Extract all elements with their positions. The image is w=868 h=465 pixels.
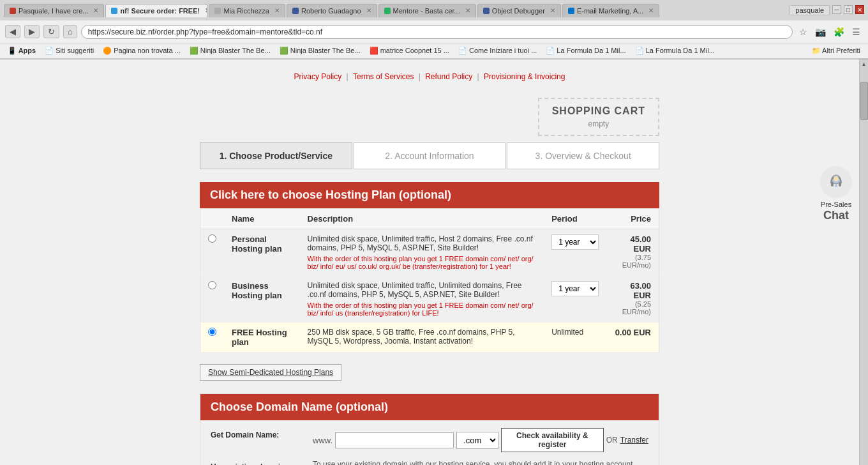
domain-section: Choose Domain Name (optional) Get Domain… xyxy=(200,393,659,465)
period-select-business[interactable]: 1 year 2 years xyxy=(551,281,599,296)
col-header-name: Name xyxy=(224,209,300,229)
radio-business[interactable] xyxy=(208,281,216,289)
step-1[interactable]: 1. Choose Product/Service xyxy=(200,142,352,169)
home-button[interactable]: ⌂ xyxy=(63,25,77,38)
tab-close-tab5[interactable]: ✕ xyxy=(465,7,470,14)
table-row: FREE Hosting plan 250 MB disk space, 5 G… xyxy=(200,323,659,353)
tab-close-tab3[interactable]: ✕ xyxy=(274,7,280,14)
browser-titlebar: Pasquale, I have cre...✕nf! Secure order… xyxy=(0,0,868,20)
col-header-period: Period xyxy=(544,209,606,229)
tab-close-tab1[interactable]: ✕ xyxy=(93,7,98,14)
close-btn[interactable]: ✕ xyxy=(855,5,864,14)
table-row: Personal Hosting plan Unlimited disk spa… xyxy=(200,229,659,276)
browser-tab-tab6[interactable]: Object Debugger✕ xyxy=(477,4,561,17)
table-row: Business Hosting plan Unlimited disk spa… xyxy=(200,276,659,323)
presales-chat-word: Chat xyxy=(823,209,849,222)
extensions-icon[interactable]: 🧩 xyxy=(831,26,847,38)
reload-button[interactable]: ↻ xyxy=(43,25,59,38)
bookmark-icon[interactable]: ☆ xyxy=(797,26,810,38)
plan-price-free: 0.00 EUR xyxy=(606,323,659,353)
radio-cell-personal[interactable] xyxy=(200,229,225,276)
tab-close-tab6[interactable]: ✕ xyxy=(550,7,555,14)
existing-domain-value: To use your existing domain with our hos… xyxy=(313,460,648,465)
browser-tab-tab5[interactable]: Mentore - Basta cer...✕ xyxy=(378,4,476,17)
tab-close-tab4[interactable]: ✕ xyxy=(366,7,371,14)
terms-link[interactable]: Terms of Services xyxy=(353,72,414,81)
svg-point-4 xyxy=(834,176,839,181)
bookmarks-bar: 📱 Apps 📄 Siti suggeriti 🟠 Pagina non tro… xyxy=(0,43,868,59)
hosting-section-header[interactable]: Click here to choose Hosting Plan (optio… xyxy=(200,182,659,208)
bookmark-siti[interactable]: 📄 Siti suggeriti xyxy=(42,46,96,56)
browser-tab-tab2[interactable]: nf! Secure order: FREE!✕ xyxy=(105,4,207,17)
bookmark-come[interactable]: 📄 Come Iniziare i tuoi ... xyxy=(456,46,539,56)
svg-point-3 xyxy=(835,185,837,187)
minimize-btn[interactable]: ─ xyxy=(832,5,841,14)
bookmark-matrice[interactable]: 🟥 matrice Coopnet 15 ... xyxy=(367,46,452,56)
browser-tab-tab3[interactable]: Mia Ricchezza✕ xyxy=(209,4,285,17)
back-button[interactable]: ◀ xyxy=(5,25,20,38)
plan-price-personal: 45.00 EUR (3.75 EUR/mo) xyxy=(606,229,659,276)
provisioning-link[interactable]: Provisioning & Invoicing xyxy=(484,72,565,81)
separator3: | xyxy=(477,72,481,81)
check-availability-btn[interactable]: Check availability & register xyxy=(501,428,604,452)
shopping-cart-status: empty xyxy=(552,119,645,128)
scroll-up-arrow[interactable]: ▲ xyxy=(862,59,867,69)
bookmark-pagina[interactable]: 🟠 Pagina non trovata ... xyxy=(100,46,183,56)
maximize-btn[interactable]: □ xyxy=(844,5,853,14)
bookmark-apps[interactable]: 📱 Apps xyxy=(5,46,38,56)
domain-name-input[interactable] xyxy=(335,432,454,448)
scrollbar-thumb[interactable] xyxy=(860,82,868,120)
plan-desc-free: 250 MB disk space, 5 GB traffic, Free .c… xyxy=(300,323,544,353)
tab-close-tab7[interactable]: ✕ xyxy=(648,7,654,14)
presales-chat[interactable]: Pre-Sales Chat xyxy=(811,166,862,223)
plan-name-personal: Personal Hosting plan xyxy=(224,229,300,276)
step-3[interactable]: 3. Overview & Checkout xyxy=(507,142,659,169)
bookmark-ninja2[interactable]: 🟩 Ninja Blaster The Be... xyxy=(277,46,363,56)
radio-personal[interactable] xyxy=(208,234,216,243)
tld-select[interactable]: .com .net .org .biz .info .co.nf xyxy=(456,432,498,449)
address-bar[interactable] xyxy=(81,25,793,39)
forward-button[interactable]: ▶ xyxy=(24,25,40,38)
plan-name-free: FREE Hosting plan xyxy=(224,323,300,353)
hosting-section: Click here to choose Hosting Plan (optio… xyxy=(200,182,659,393)
domain-rows: Get Domain Name: www. .com .net .org .bi… xyxy=(200,420,659,465)
menu-icon[interactable]: ☰ xyxy=(849,26,863,38)
screenshot-icon[interactable]: 📷 xyxy=(812,26,828,38)
existing-domain-row: Use existing domain: To use your existin… xyxy=(211,460,648,465)
shopping-cart-title: SHOPPING CART xyxy=(552,105,645,117)
page-wrapper: Privacy Policy | Terms of Services | Ref… xyxy=(0,59,868,465)
top-links: Privacy Policy | Terms of Services | Ref… xyxy=(200,66,659,88)
step-2[interactable]: 2. Account Information xyxy=(354,142,506,169)
show-plans-btn[interactable]: Show Semi-Dedicated Hosting Plans xyxy=(200,359,659,393)
hosting-table: Name Description Period Price xyxy=(200,208,659,353)
radio-cell-free[interactable] xyxy=(200,323,225,353)
privacy-policy-link[interactable]: Privacy Policy xyxy=(294,72,342,81)
plan-period-personal[interactable]: 1 year 2 years xyxy=(544,229,606,276)
bookmark-ninja1[interactable]: 🟩 Ninja Blaster The Be... xyxy=(187,46,273,56)
col-header-price: Price xyxy=(606,209,659,229)
refund-link[interactable]: Refund Policy xyxy=(425,72,472,81)
hosting-section-title: Click here to choose Hosting Plan (optio… xyxy=(210,188,451,201)
bookmark-altri[interactable]: 📁 Altri Preferiti xyxy=(809,46,863,56)
plan-desc-business: Unlimited disk space, Unlimited traffic,… xyxy=(300,276,544,323)
show-semi-dedicated-btn[interactable]: Show Semi-Dedicated Hosting Plans xyxy=(200,364,341,381)
radio-free[interactable] xyxy=(208,328,216,336)
get-domain-row: Get Domain Name: www. .com .net .org .bi… xyxy=(211,428,648,452)
bookmark-formula1[interactable]: 📄 La Formula Da 1 Mil... xyxy=(543,46,628,56)
domain-section-header[interactable]: Choose Domain Name (optional) xyxy=(200,394,659,420)
browser-tab-tab1[interactable]: Pasquale, I have cre...✕ xyxy=(4,4,104,17)
radio-cell-business[interactable] xyxy=(200,276,225,323)
transfer-link[interactable]: Transfer xyxy=(620,436,648,445)
shopping-cart-box: SHOPPING CART empty xyxy=(538,98,659,136)
scrollbar[interactable]: ▲ ▼ xyxy=(859,59,868,465)
plan-period-business[interactable]: 1 year 2 years xyxy=(544,276,606,323)
tab-close-tab2[interactable]: ✕ xyxy=(205,7,207,14)
get-domain-value: www. .com .net .org .biz .info .co.nf xyxy=(313,428,648,452)
browser-tab-tab7[interactable]: E-mail Marketing, A...✕ xyxy=(562,4,660,17)
step-3-label: 3. Overview & Checkout xyxy=(535,151,631,161)
plan-period-free: Unlimited xyxy=(544,323,606,353)
browser-tab-tab4[interactable]: Roberto Guadagno✕ xyxy=(287,4,377,17)
period-select-personal[interactable]: 1 year 2 years xyxy=(551,234,599,250)
bookmark-formula2[interactable]: 📄 La Formula Da 1 Mil... xyxy=(632,46,717,56)
presales-icon xyxy=(820,166,852,198)
